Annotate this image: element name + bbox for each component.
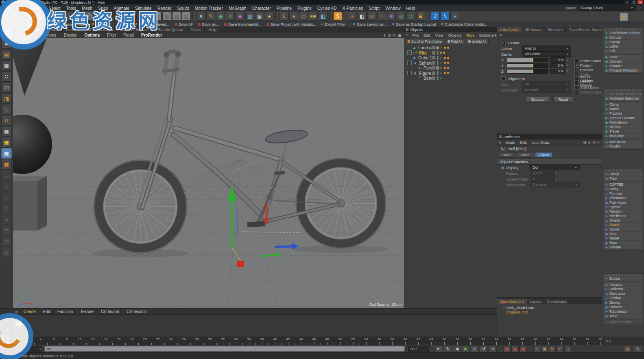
save-all-button[interactable]: ▦Save All xyxy=(172,22,195,26)
slider-value[interactable]: 0 % xyxy=(550,69,565,74)
dim-tool-1-icon[interactable]: ▭ xyxy=(1,170,12,181)
modeling-preset-matrix-icon[interactable]: ▧ xyxy=(172,12,181,21)
section-object-properties[interactable]: Object Properties xyxy=(497,159,602,165)
viewport-canvas[interactable]: Perspective xyxy=(13,38,405,308)
close-button[interactable]: ✕ xyxy=(637,0,643,4)
search-attributes-icon[interactable]: ⊙ xyxy=(593,140,596,144)
loft-button[interactable]: ◇Loft xyxy=(604,49,643,53)
visibility-dots[interactable] xyxy=(437,71,439,75)
center-checkbox[interactable]: ✓ xyxy=(501,41,506,45)
dim-tool-7-icon[interactable]: ▤ xyxy=(1,236,12,246)
target-icon[interactable]: ◎ xyxy=(397,12,406,21)
modeling-preset-mirror-icon[interactable]: ▨ xyxy=(182,12,191,21)
deformer-button[interactable]: ◆ xyxy=(236,12,245,21)
reset-button[interactable]: Reset xyxy=(553,97,574,102)
tab-3d-mouse[interactable]: 3D Mouse xyxy=(522,27,545,32)
sculpt-icon[interactable]: S xyxy=(333,12,342,21)
save-as--button[interactable]: ▦Save as... xyxy=(195,22,221,26)
option-points-center[interactable]: Points Center xyxy=(574,59,601,63)
tree-item-sphere-1[interactable]: −●Sphere.1✓ xyxy=(404,61,497,66)
tree-item-figure[interactable]: −♟Figure✓ xyxy=(404,71,497,76)
layout-dropdown[interactable]: Startup (User) ▼ xyxy=(579,5,635,11)
play-loop-button[interactable]: ↺ xyxy=(480,345,488,352)
target-button[interactable]: ✦Target xyxy=(604,236,643,240)
visibility-dots[interactable] xyxy=(437,66,439,70)
workplane-cursor-icon[interactable]: ▦ xyxy=(1,159,12,170)
array-button[interactable]: ✳ xyxy=(226,12,235,21)
camera-button[interactable]: ▣ xyxy=(255,12,264,21)
keyframe-selection-button[interactable]: ◉ xyxy=(520,345,527,352)
tag-icon[interactable] xyxy=(444,67,446,69)
uv-mode-icon[interactable]: ▦ xyxy=(1,60,12,71)
delay-button[interactable]: ▲Delay xyxy=(604,187,643,191)
destructor-button[interactable]: ▲Destructor xyxy=(604,292,643,296)
attributes-menu-edit[interactable]: Edit xyxy=(517,140,529,145)
axis-mode-icon[interactable]: L xyxy=(1,104,12,115)
dim-tool-3-icon[interactable]: ∷ xyxy=(1,192,12,202)
save-project-with-assets--button[interactable]: ▦Save Project with Assets... xyxy=(264,22,319,26)
volume-button[interactable]: ●Volume xyxy=(604,245,643,249)
polygon-reduction-button[interactable]: ◆Polygon Reduction xyxy=(604,68,643,72)
tab-quickdocs-2.2[interactable]: QuickDocs 2.2 xyxy=(497,299,527,304)
push-apart-button[interactable]: ◉Push Apart xyxy=(604,200,643,205)
timeline-menu-cv-swatch[interactable]: CV-Swatch xyxy=(123,309,150,314)
edges-mode-icon[interactable]: ◫ xyxy=(1,82,12,93)
layer-toggle[interactable] xyxy=(432,71,436,75)
record-rotation-toggle[interactable]: ↻ xyxy=(549,346,556,352)
tab-takes[interactable]: Takes xyxy=(187,27,205,32)
dim-tool-4-icon[interactable]: ∷ xyxy=(1,203,12,213)
layer-toggle[interactable] xyxy=(432,56,436,60)
fracture-button[interactable]: ◇Fracture xyxy=(604,111,643,115)
play-backward-button[interactable]: ↻ xyxy=(444,345,452,352)
search-icon[interactable]: ⊙ xyxy=(637,6,641,10)
cycles-icon[interactable]: ● xyxy=(450,12,459,21)
document-item[interactable]: ─bMX_Model.c4d xyxy=(497,305,602,310)
rotate-view-icon[interactable]: ↻ xyxy=(393,33,396,37)
next-frame-button[interactable]: ▷ xyxy=(471,345,479,352)
save-layout-as--button[interactable]: ❖Save Layout as... xyxy=(350,22,389,26)
minimize-button[interactable]: – xyxy=(624,0,630,4)
axis-dropdown[interactable]: All▼ xyxy=(522,81,571,87)
instance-button[interactable]: ✦Instance xyxy=(604,64,643,68)
enabled-check-icon[interactable]: ✓ xyxy=(440,56,443,60)
timeline-ruler[interactable]: 0246810121416182022242628303234363840424… xyxy=(13,337,602,345)
random-button[interactable]: ◆Random xyxy=(604,209,643,213)
drag-handle[interactable] xyxy=(605,89,642,91)
generators-button[interactable]: ◉ xyxy=(216,12,225,21)
time-button[interactable]: ◆Time xyxy=(604,241,643,245)
scroll-to-first-active-button[interactable]: Scroll to First Active xyxy=(405,39,444,44)
rotation-gizmo-icon[interactable]: ✹ xyxy=(619,12,628,21)
magnet-snap-icon[interactable]: U xyxy=(1,115,12,126)
menu-sculpt[interactable]: Sculpt xyxy=(174,6,192,11)
alignment-dropdown[interactable]: Normals▼ xyxy=(522,87,571,93)
timeline-menu-cv-import[interactable]: CV-Import xyxy=(97,309,123,314)
points-mode-icon[interactable]: ∷ xyxy=(1,71,12,82)
coffee-button[interactable]: ●COFFEE xyxy=(604,183,643,187)
mograph-weightmap-button[interactable]: ✦MoGraph Weightmap xyxy=(604,92,643,96)
turbulence-button[interactable]: ✦Turbulence xyxy=(604,309,643,313)
visibility-dots[interactable] xyxy=(437,56,439,60)
goto-end-button[interactable]: ⇥ xyxy=(489,345,497,352)
pen-tool-button[interactable]: ✎ xyxy=(206,12,215,21)
record-position-toggle[interactable]: + xyxy=(533,346,540,352)
region-icon[interactable]: ▭ xyxy=(406,12,415,21)
objects-menu-view[interactable]: View xyxy=(432,33,445,37)
viewport-menu-display[interactable]: Display xyxy=(60,33,81,37)
visibility-dots[interactable] xyxy=(437,61,439,65)
aspect-ratio-field[interactable]: 1 xyxy=(530,176,555,182)
modeling-preset-extrude-icon[interactable]: ▥ xyxy=(162,12,171,21)
python-button[interactable]: ✦Python xyxy=(604,205,643,209)
save-incremental--button[interactable]: ▦Save Incremental... xyxy=(221,22,264,26)
center-dropdown[interactable]: All Points▼ xyxy=(522,51,571,57)
tree-item-pyramid[interactable]: ▲Pyramid✓ xyxy=(404,65,497,71)
mospline-button[interactable]: ●MoSpline xyxy=(604,134,643,138)
autokey-button[interactable]: ◉ xyxy=(511,345,519,352)
tag-icon[interactable] xyxy=(447,67,449,69)
slider-value[interactable]: 0 % xyxy=(550,57,565,63)
lock-icon[interactable] xyxy=(416,12,425,21)
drag-handle[interactable] xyxy=(605,170,642,172)
enable-snap-icon[interactable]: ▦ xyxy=(1,126,12,137)
objects-menu-tags[interactable]: Tags xyxy=(464,33,477,37)
option-position[interactable]: ✓Position xyxy=(574,63,601,67)
dim-tool-6-icon[interactable]: ▤ xyxy=(1,225,12,235)
